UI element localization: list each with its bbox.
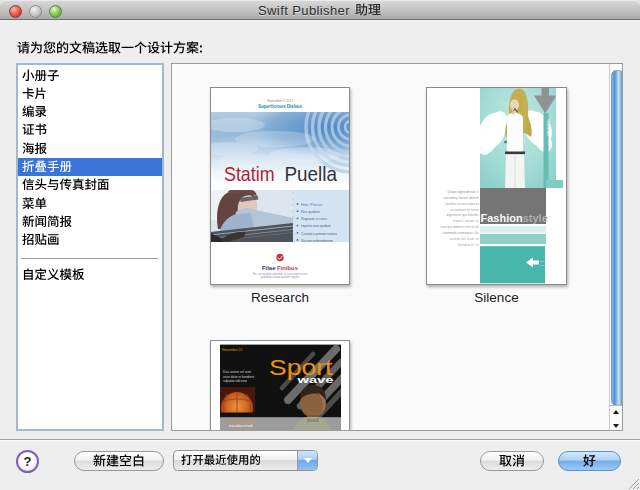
svg-text:autem vel eum iri: autem vel eum iri [450,237,479,241]
svg-text:vulputate velit es: vulputate velit es [229,428,252,432]
svg-text:Superlicious Diebus: Superlicious Diebus [258,104,303,109]
svg-text:suscipit lobortis nisl ut ali: suscipit lobortis nisl ut ali [441,225,479,229]
svg-text:wave: wave [296,375,334,385]
svg-text:Fashionstyle: Fashionstyle [481,212,548,224]
svg-text:accumsan et iusto: accumsan et iusto [451,208,479,212]
svg-text:Hinc Prorus: Hinc Prorus [301,203,322,207]
svg-text:November 07: November 07 [222,348,242,352]
svg-text:dignissim qui blandit: dignissim qui blandit [447,213,479,217]
svg-text:exerci tation ul: exerci tation ul [454,219,479,223]
svg-text:Filae Finibus: Filae Finibus [262,265,298,271]
svg-text:Imperia erat quidam: Imperia erat quidam [301,224,331,228]
svg-text:commodo consequat. Du: commodo consequat. Du [443,231,479,235]
svg-text:Cuserta a primam noctica: Cuserta a primam noctica [301,232,337,236]
svg-text:Statim: Statim [224,162,275,185]
svg-text:facilisis at vero eros et: facilisis at vero eros et [446,202,479,206]
svg-text:Quique dignissim erat, it: Quique dignissim erat, it [448,190,479,194]
svg-text:Duis autem vel eum: Duis autem vel eum [223,370,252,374]
svg-text:September 5 2017: September 5 2017 [267,99,293,103]
svg-text:Puella: Puella [285,162,338,185]
svg-text:nonummy laoreet dolore: nonummy laoreet dolore [444,196,479,200]
svg-text:Regnavit, in cuius: Regnavit, in cuius [301,217,327,221]
svg-text:quandam civitatis quidam regul: quandam civitatis quidam regulus [261,275,300,279]
svg-text:mag. studio: mag. studio [540,264,555,267]
svg-text:SILENCE MAG: SILENCE MAG [546,119,550,136]
svg-text:vulputate velit esse: vulputate velit esse [223,379,247,383]
svg-text:hendrerit in: hendrerit in [458,243,479,247]
svg-text:iriure dolor in hendrerit: iriure dolor in hendrerit [223,375,254,379]
svg-text:Rex quidam: Rex quidam [301,210,320,214]
